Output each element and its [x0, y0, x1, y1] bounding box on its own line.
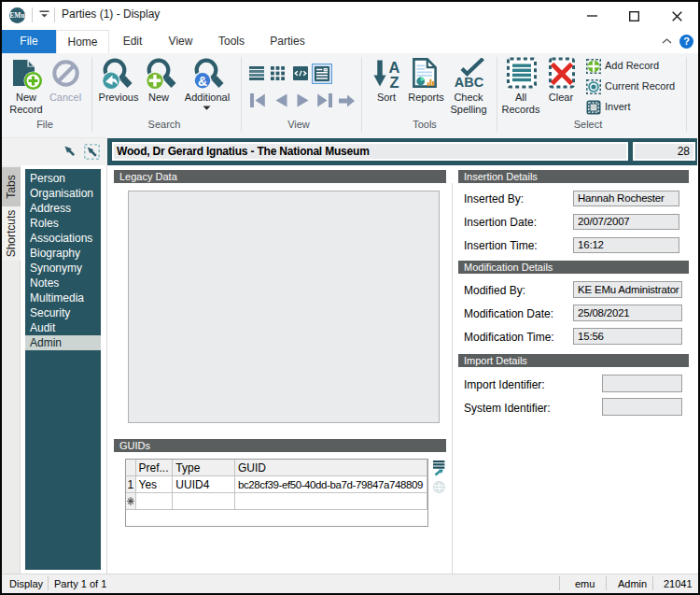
svg-text:Z: Z [389, 74, 399, 89]
svg-text:ABC: ABC [455, 75, 484, 88]
svg-text:&: & [198, 74, 207, 89]
